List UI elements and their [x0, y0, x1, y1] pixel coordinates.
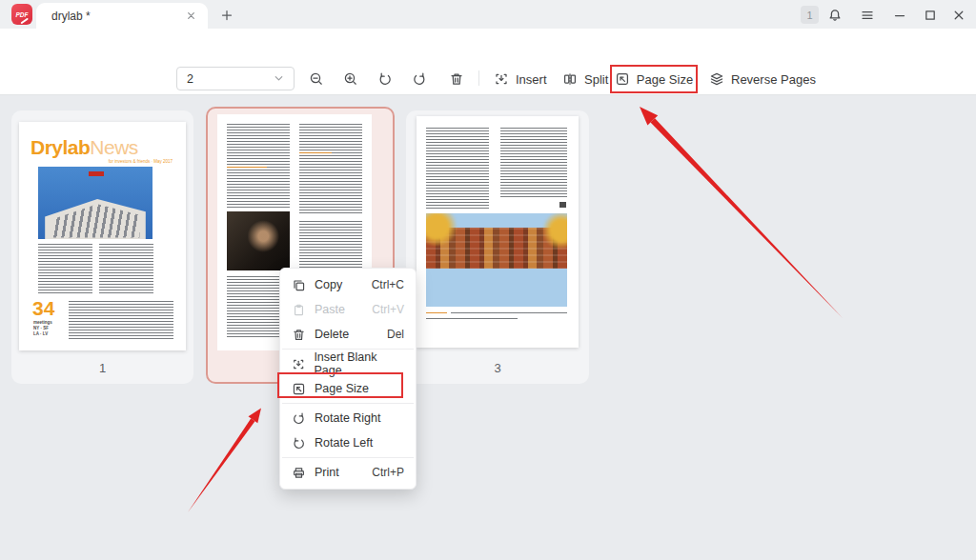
context-rotate-right[interactable]: Rotate Right	[280, 406, 416, 430]
page-number-value: 2	[187, 72, 272, 86]
caption-text	[451, 312, 567, 315]
newsletter-masthead: DrylabNews	[30, 137, 138, 158]
rotate-left-icon	[292, 436, 306, 450]
split-icon	[562, 71, 578, 87]
reverse-pages-label: Reverse Pages	[731, 72, 816, 87]
rotate-left-icon[interactable]	[377, 71, 393, 87]
reverse-pages-button[interactable]: Reverse Pages	[709, 64, 816, 94]
divider	[478, 70, 479, 86]
thumbnail-panel: DrylabNews for investors & friends · May…	[0, 95, 976, 560]
rotate-right-icon	[292, 411, 306, 426]
page-size-label: Page Size	[637, 72, 693, 87]
zoom-out-icon[interactable]	[309, 71, 324, 87]
fake-link-text	[227, 167, 267, 170]
fake-text-column	[426, 128, 489, 210]
fake-text-block	[69, 301, 173, 339]
context-delete[interactable]: Delete Del	[280, 322, 416, 347]
caption-link	[426, 312, 447, 315]
newsletter-subtitle: for investors & friends · May 2017	[109, 159, 173, 164]
building-photo	[38, 167, 152, 239]
context-insert-blank-page[interactable]: Insert Blank Page	[280, 351, 416, 376]
menu-divider	[282, 403, 414, 404]
portrait-photo	[227, 211, 290, 270]
thumbnail-card-1[interactable]: DrylabNews for investors & friends · May…	[11, 110, 193, 384]
context-print[interactable]: Print Ctrl+P	[280, 460, 416, 485]
building-shape	[45, 199, 146, 239]
tab-title: drylab *	[51, 10, 183, 23]
thumbnail-card-3[interactable]: 3	[406, 110, 589, 384]
menu-bar: File View Annotate Edit Page Protect	[0, 29, 976, 63]
tab-bar: PDF drylab * 1	[0, 0, 976, 29]
print-icon	[292, 466, 306, 480]
insert-button[interactable]: Insert	[494, 64, 547, 94]
context-rotate-left[interactable]: Rotate Left	[280, 430, 416, 455]
minimize-button[interactable]	[890, 6, 909, 25]
zoom-in-icon[interactable]	[343, 71, 358, 87]
context-copy[interactable]: Copy Ctrl+C	[280, 272, 416, 297]
fake-text-column	[38, 244, 92, 293]
document-tab[interactable]: drylab *	[36, 3, 208, 29]
fake-link-text	[299, 152, 332, 155]
amsterdam-canal-photo	[426, 213, 567, 307]
context-paste[interactable]: Paste Ctrl+V	[280, 297, 416, 322]
fake-text-column	[299, 124, 362, 213]
trash-icon[interactable]	[449, 71, 464, 87]
insert-label: Insert	[516, 72, 547, 87]
bell-icon[interactable]	[825, 6, 844, 25]
new-tab-button[interactable]	[217, 6, 236, 25]
fake-text-column	[227, 124, 290, 208]
page-toolbar: 2 Insert Split Page Size Reverse Pages	[0, 63, 976, 95]
page-number-label-1: 1	[11, 361, 193, 375]
page-context-menu: Copy Ctrl+C Paste Ctrl+V Delete Del Inse…	[279, 268, 417, 490]
split-label: Split	[584, 72, 608, 87]
pdf-app-logo-icon: PDF	[11, 4, 32, 25]
context-page-size[interactable]: Page Size	[280, 376, 416, 401]
hamburger-menu-icon[interactable]	[858, 6, 877, 25]
maximize-button[interactable]	[921, 6, 940, 25]
page-3-thumbnail[interactable]	[417, 116, 579, 348]
page-size-icon	[615, 71, 630, 87]
insert-icon	[494, 71, 509, 87]
window-close-button[interactable]	[949, 6, 968, 25]
rotate-right-icon[interactable]	[412, 71, 427, 87]
caption-text	[426, 318, 518, 321]
page-size-icon	[292, 382, 306, 396]
page-number-select[interactable]: 2	[176, 67, 295, 90]
small-logo-glyph	[559, 202, 566, 208]
tab-close-icon[interactable]	[183, 9, 198, 24]
fake-text-column	[500, 128, 567, 198]
menu-divider	[282, 349, 414, 350]
page-1-thumbnail[interactable]: DrylabNews for investors & friends · May…	[19, 122, 186, 350]
stat-caption: meetings NY · SF LA · LV	[33, 320, 52, 337]
page-number-label-3: 3	[406, 361, 589, 375]
fake-text-column	[99, 244, 153, 293]
copy-icon	[292, 278, 306, 292]
paste-icon	[292, 303, 306, 317]
insert-blank-page-icon	[292, 357, 305, 371]
trash-icon	[292, 328, 306, 342]
stat-number: 34	[32, 297, 54, 320]
split-button[interactable]: Split	[562, 64, 608, 94]
chevron-down-icon	[272, 71, 286, 86]
netflix-sign	[89, 171, 104, 176]
notification-badge[interactable]: 1	[801, 6, 819, 24]
reverse-pages-icon	[709, 71, 724, 87]
menu-divider	[282, 457, 414, 458]
canal-water	[426, 269, 567, 307]
page-size-button[interactable]: Page Size	[610, 65, 698, 93]
